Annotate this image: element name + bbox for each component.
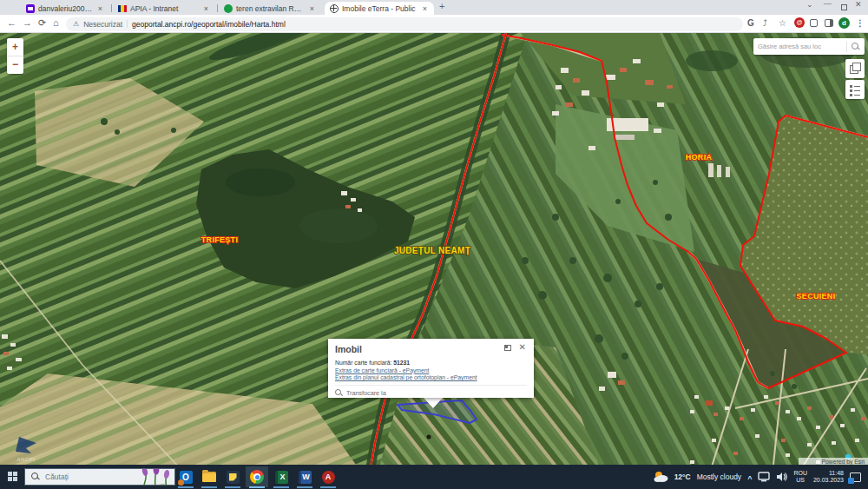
tab-eterra-active[interactable]: Imobile eTerra - Public × xyxy=(325,2,434,15)
url-text[interactable]: geoportal.ancpi.ro/geoportal/imobile/Har… xyxy=(132,20,286,29)
taskbar-app-notes[interactable] xyxy=(221,466,244,487)
taskbar-app-word[interactable]: W xyxy=(293,466,316,487)
share-icon[interactable]: ⤴ xyxy=(763,18,767,28)
taskbar-app-chrome[interactable] xyxy=(246,466,268,487)
zoom-to-link[interactable]: Transfocare la xyxy=(346,389,386,397)
reload-button[interactable]: ⟳ xyxy=(38,17,46,29)
tab-title: APIA - Intranet xyxy=(130,4,199,13)
not-secure-warning-icon[interactable]: ⚠ xyxy=(73,20,79,28)
extension-at-icon[interactable]: @ xyxy=(794,17,805,28)
outlook-icon: O xyxy=(180,471,193,484)
windows-taskbar: O X W A 12°C Mostly cloudy ^ ROUUS 11:48… xyxy=(0,465,868,489)
file-explorer-icon xyxy=(202,472,216,482)
bookmark-star-icon[interactable]: ☆ xyxy=(779,18,786,28)
divider xyxy=(846,42,847,52)
divider xyxy=(111,4,112,12)
map-search-input[interactable] xyxy=(753,43,846,50)
system-tray: 12°C Mostly cloudy ^ ROUUS 11:4820.03.20… xyxy=(654,465,868,489)
weather-temp[interactable]: 12°C xyxy=(674,472,691,481)
tab-search-chevron-icon[interactable]: ⌄ xyxy=(806,0,813,9)
acrobat-icon: A xyxy=(322,471,335,484)
taskbar-app-explorer[interactable] xyxy=(198,466,220,487)
cf-value: 51231 xyxy=(393,360,410,366)
minimize-button[interactable]: — xyxy=(824,0,832,8)
taskbar-app-excel[interactable]: X xyxy=(270,466,293,487)
zoom-to-icon xyxy=(335,389,343,397)
tab-close-icon[interactable]: × xyxy=(308,4,316,13)
zoom-in-button[interactable]: + xyxy=(7,38,23,56)
sticky-notes-icon xyxy=(227,471,240,484)
excel-icon: X xyxy=(275,471,288,484)
maximize-button[interactable] xyxy=(841,4,847,10)
weather-text[interactable]: Mostly cloudy xyxy=(697,472,742,481)
romania-flag-favicon xyxy=(118,5,127,12)
side-panel-icon[interactable] xyxy=(825,19,833,27)
clock[interactable]: 11:4820.03.2023 xyxy=(813,470,844,484)
search-icon[interactable] xyxy=(852,43,860,51)
extensions-puzzle-icon[interactable] xyxy=(810,19,818,27)
mail-favicon xyxy=(26,4,35,13)
extras-carte-funciara-link[interactable]: Extras de carte funciară - ePayment xyxy=(335,367,527,373)
satellite-map[interactable]: TRIFEȘTI JUDEȚUL NEAMȚ HORIA SECUIENI AN… xyxy=(0,0,868,489)
chrome-icon xyxy=(250,470,264,484)
svg-text:ANCPI: ANCPI xyxy=(17,457,36,462)
tab-title: danvaleriu2007@gmail.com - Ya xyxy=(38,4,93,13)
tab-close-icon[interactable]: × xyxy=(421,4,429,13)
legend-button[interactable] xyxy=(845,80,865,99)
new-tab-button[interactable]: + xyxy=(439,1,444,11)
back-button[interactable]: ← xyxy=(7,17,16,28)
browser-toolbar: ← → ⟳ ⌂ ⚠ Nesecurizat geoportal.ancpi.ro… xyxy=(0,15,868,33)
tab-strip: danvaleriu2007@gmail.com - Ya × APIA - I… xyxy=(0,0,868,15)
network-icon[interactable] xyxy=(758,472,770,482)
divider xyxy=(217,4,218,12)
google-g-icon[interactable]: G xyxy=(747,18,754,28)
tab-mail[interactable]: danvaleriu2007@gmail.com - Ya × xyxy=(21,2,109,15)
zoom-out-button[interactable]: − xyxy=(7,56,23,73)
profile-avatar[interactable]: d xyxy=(838,17,850,29)
taskbar-search-box[interactable] xyxy=(24,468,175,486)
word-icon: W xyxy=(299,471,312,484)
security-label: Nesecurizat xyxy=(83,20,122,29)
tab-apia[interactable]: APIA - Intranet × xyxy=(113,2,215,15)
search-icon xyxy=(31,472,40,481)
tab-title: Imobile eTerra - Public xyxy=(342,4,418,13)
tab-title: teren extravilan Roman 'Terenu xyxy=(236,4,305,13)
divider xyxy=(127,20,128,28)
basemap-gallery-button[interactable] xyxy=(845,59,865,78)
taskbar-app-outlook[interactable]: O xyxy=(174,466,197,487)
close-window-button[interactable]: ✕ xyxy=(855,0,862,9)
globe-favicon xyxy=(330,4,339,13)
popup-title: Imobil xyxy=(335,344,527,354)
weather-icon[interactable] xyxy=(654,471,668,483)
home-button[interactable]: ⌂ xyxy=(53,17,59,28)
browser-chrome: danvaleriu2007@gmail.com - Ya × APIA - I… xyxy=(0,0,868,33)
search-highlights-flowers[interactable] xyxy=(138,468,174,486)
keyboard-layout[interactable]: ROUUS xyxy=(793,470,807,484)
tab-teren[interactable]: teren extravilan Roman 'Terenu × xyxy=(219,2,321,15)
action-center-icon[interactable] xyxy=(850,472,861,482)
cf-number-row: Număr carte funciară: 51231 xyxy=(335,360,527,366)
map-search-widget xyxy=(753,38,865,55)
tab-close-icon[interactable]: × xyxy=(96,4,104,13)
forward-button[interactable]: → xyxy=(23,17,32,28)
map-label-horia: HORIA xyxy=(686,153,713,162)
start-button[interactable] xyxy=(8,472,18,482)
tab-close-icon[interactable]: × xyxy=(202,4,210,13)
extras-plan-cadastral-link[interactable]: Extras din planul cadastral pe ortofotop… xyxy=(335,374,527,380)
map-label-judetul-neamt: JUDEȚUL NEAMȚ xyxy=(394,246,470,255)
cf-label: Număr carte funciară: xyxy=(335,360,391,366)
green-dot-favicon xyxy=(224,4,233,13)
imobil-popup: Imobil ✕ Număr carte funciară: 51231 Ext… xyxy=(328,339,534,398)
dock-popup-icon[interactable] xyxy=(504,345,511,351)
map-label-secuieni: SECUIENI xyxy=(797,292,836,301)
popup-pointer xyxy=(424,398,443,408)
volume-icon[interactable] xyxy=(776,472,787,482)
tray-expand-chevron[interactable]: ^ xyxy=(747,474,752,483)
browser-menu-icon[interactable]: ⋮ xyxy=(856,18,865,28)
map-zoom-control: + − xyxy=(7,38,23,74)
map-label-trifesti: TRIFEȘTI xyxy=(201,235,238,244)
taskbar-app-acrobat[interactable]: A xyxy=(317,466,339,487)
taskbar-search-input[interactable] xyxy=(45,472,138,481)
close-icon[interactable]: ✕ xyxy=(519,342,526,352)
address-bar[interactable]: ⚠ Nesecurizat geoportal.ancpi.ro/geoport… xyxy=(66,17,743,31)
